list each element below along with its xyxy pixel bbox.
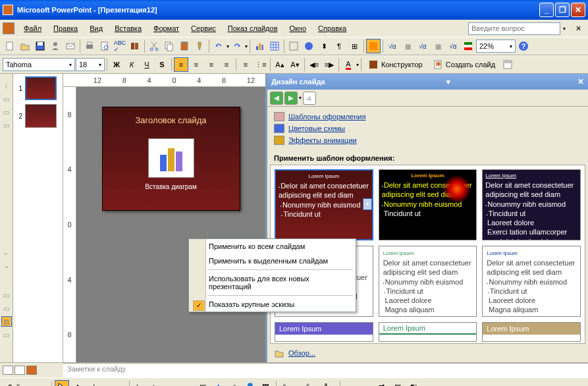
grid-button[interactable]: ⊞ bbox=[347, 39, 361, 53]
notes-pane[interactable]: Заметки к слайду bbox=[63, 363, 588, 377]
design-template[interactable]: Lorem Ipsum Delor sit amet consectetuer … bbox=[482, 169, 581, 240]
undo-dropdown-icon[interactable]: ▾ bbox=[227, 43, 229, 49]
undo-button[interactable] bbox=[211, 39, 226, 53]
format-painter-button[interactable] bbox=[192, 39, 207, 53]
ctx-apply-selected[interactable]: Применить к выделенным слайдам bbox=[189, 254, 356, 268]
rail-btn-2[interactable]: ▭ bbox=[1, 107, 12, 117]
increase-font-button[interactable]: A▴ bbox=[273, 57, 287, 72]
decrease-indent-button[interactable]: ◀≡ bbox=[307, 57, 321, 72]
normal-view-button[interactable] bbox=[3, 366, 13, 375]
help-dropdown-icon[interactable]: ▾ bbox=[563, 26, 566, 32]
text-shadow-button[interactable]: S bbox=[155, 57, 169, 72]
zoom-dropdown[interactable]: 22%▾ bbox=[476, 40, 516, 53]
font-color-dropdown-icon[interactable]: ▾ bbox=[356, 62, 359, 68]
redo-dropdown-icon[interactable]: ▾ bbox=[245, 43, 248, 49]
wordart-tool[interactable]: A bbox=[211, 380, 226, 387]
picture-tool[interactable]: 🖼 bbox=[259, 380, 273, 387]
design-template[interactable]: Lorem Ipsum bbox=[379, 322, 477, 342]
rail-btn-8[interactable]: ▭ bbox=[1, 329, 12, 340]
textbox-tool[interactable]: ▣ bbox=[196, 380, 210, 387]
copy-button[interactable] bbox=[162, 39, 176, 53]
formula4-button[interactable]: ▦ bbox=[431, 39, 445, 53]
bold-button[interactable]: Ж bbox=[109, 57, 124, 72]
design-template[interactable]: Lorem Ipsum bbox=[482, 322, 581, 342]
layout-button[interactable] bbox=[500, 57, 515, 72]
underline-button[interactable]: Ч bbox=[140, 57, 154, 72]
research-button[interactable] bbox=[128, 39, 142, 53]
menu-insert[interactable]: Вставка bbox=[109, 22, 147, 34]
arrow-tool[interactable]: ↘ bbox=[148, 380, 163, 387]
formula3-button[interactable]: √α bbox=[415, 39, 430, 53]
email-button[interactable] bbox=[63, 39, 78, 53]
maximize-button[interactable]: ❐ bbox=[555, 3, 570, 17]
insert-table-button[interactable] bbox=[267, 39, 282, 53]
chart-placeholder[interactable] bbox=[148, 138, 194, 178]
flag-button[interactable] bbox=[461, 39, 475, 53]
formula2-button[interactable]: ▦ bbox=[400, 39, 415, 53]
diagram-tool[interactable]: ◇ bbox=[227, 380, 242, 387]
task-pane-close-button[interactable]: ✕ bbox=[577, 77, 584, 86]
increase-indent-button[interactable]: ≡▶ bbox=[322, 57, 336, 72]
designer-button[interactable]: Конструктор bbox=[363, 57, 427, 72]
select-tool[interactable] bbox=[55, 380, 69, 387]
help-button[interactable]: ? bbox=[516, 39, 531, 53]
arrow-style-tool[interactable]: ⇄ bbox=[375, 380, 389, 387]
thumbnail-2[interactable] bbox=[25, 104, 57, 128]
shadow-style-tool[interactable]: ▨ bbox=[390, 380, 405, 387]
line-style-tool[interactable]: ≡ bbox=[343, 380, 358, 387]
print-button[interactable] bbox=[82, 39, 97, 53]
close-button[interactable]: ✕ bbox=[571, 3, 585, 17]
design-template[interactable]: Lorem Ipsum Delor sit amet consectetuer … bbox=[379, 246, 477, 317]
app-menu-icon[interactable] bbox=[3, 22, 14, 34]
color-grayscale-button[interactable] bbox=[366, 39, 381, 53]
slide-title-placeholder[interactable]: Заголовок слайда bbox=[135, 115, 206, 125]
align-center-button[interactable]: ≡ bbox=[189, 57, 203, 72]
menu-slideshow[interactable]: Показ слайдов bbox=[223, 22, 283, 34]
autoshapes-dropdown[interactable]: Автофигуры▾ bbox=[70, 380, 126, 387]
font-size-dropdown[interactable]: 18▾ bbox=[76, 58, 105, 71]
slide[interactable]: Заголовок слайда Вставка диаграм bbox=[102, 107, 240, 211]
link-colors[interactable]: Цветовые схемы bbox=[274, 123, 581, 134]
formula1-button[interactable]: √α bbox=[385, 39, 400, 53]
slide-canvas[interactable]: Заголовок слайда Вставка диаграм Примени… bbox=[76, 87, 265, 362]
rail-btn-4[interactable]: ← bbox=[1, 248, 12, 258]
help-search-input[interactable] bbox=[468, 22, 560, 35]
menu-help[interactable]: Справка bbox=[313, 22, 352, 34]
rail-arrow-icon[interactable]: ↕ bbox=[1, 80, 12, 91]
tables-borders-button[interactable] bbox=[286, 39, 301, 53]
ctx-use-new[interactable]: Использовать для всех новых презентаций bbox=[189, 271, 356, 294]
cut-button[interactable] bbox=[147, 39, 161, 53]
numbering-button[interactable]: ≡ bbox=[238, 57, 253, 72]
new-button[interactable] bbox=[3, 39, 17, 53]
rail-btn-active[interactable]: ▨ bbox=[1, 316, 12, 327]
align-right-button[interactable]: ≡ bbox=[204, 57, 219, 72]
doc-close-button[interactable]: ✕ bbox=[571, 21, 585, 36]
save-button[interactable] bbox=[33, 39, 47, 53]
nav-forward-button[interactable]: ▶ bbox=[284, 92, 298, 105]
formula5-button[interactable]: √α bbox=[446, 39, 460, 53]
bullets-button[interactable]: ⋮≡ bbox=[254, 57, 268, 72]
rectangle-tool[interactable]: ▭ bbox=[164, 380, 178, 387]
3d-style-tool[interactable]: ◧ bbox=[406, 380, 421, 387]
slideshow-view-button[interactable] bbox=[26, 366, 37, 375]
menu-window[interactable]: Окно bbox=[284, 22, 312, 34]
show-formatting-button[interactable]: ¶ bbox=[332, 39, 346, 53]
font-dropdown[interactable]: Tahoma▾ bbox=[3, 58, 75, 71]
ctx-apply-all[interactable]: Применить ко всем слайдам bbox=[189, 239, 356, 254]
ctx-large-thumbs[interactable]: Показать крупные эскизы bbox=[189, 297, 356, 312]
permission-button[interactable] bbox=[48, 39, 63, 53]
nav-back-button[interactable]: ◀ bbox=[270, 92, 283, 105]
link-templates[interactable]: Шаблоны оформления bbox=[274, 111, 581, 123]
expand-all-button[interactable]: ⬍ bbox=[317, 39, 331, 53]
clipart-tool[interactable]: 👤 bbox=[243, 380, 257, 387]
hyperlink-button[interactable] bbox=[302, 39, 316, 53]
align-justify-button[interactable]: ≡ bbox=[219, 57, 234, 72]
design-template[interactable]: Lorem Ipsum Delor sit amet consectetuer … bbox=[482, 246, 581, 317]
decrease-font-button[interactable]: A▾ bbox=[288, 57, 302, 72]
insert-chart-button[interactable] bbox=[252, 39, 267, 53]
menu-edit[interactable]: Правка bbox=[48, 22, 83, 34]
template-options-button[interactable]: ▾ bbox=[363, 198, 372, 210]
nav-home-button[interactable]: ⌂ bbox=[303, 92, 316, 105]
minimize-button[interactable]: _ bbox=[539, 3, 554, 17]
menu-format[interactable]: Формат bbox=[148, 22, 184, 34]
